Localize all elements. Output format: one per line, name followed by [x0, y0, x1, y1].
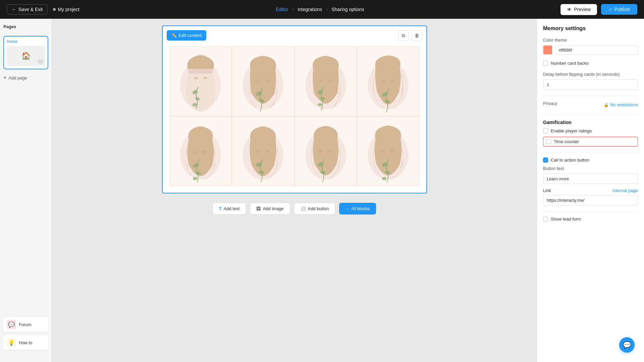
- svg-point-19: [381, 80, 385, 82]
- divider-3: [543, 153, 638, 153]
- privacy-section: Privacy No restrictions: [543, 101, 638, 109]
- topbar: Save & Exit My project Editor → Integrat…: [0, 0, 644, 19]
- arrow-1: →: [291, 7, 295, 12]
- image-icon: 🖼: [256, 206, 261, 211]
- svg-point-44: [382, 177, 387, 180]
- home-thumb-icon: 🏠: [21, 52, 31, 60]
- preview-button[interactable]: Preview: [560, 4, 597, 15]
- home-page-card[interactable]: Home 🏠 ···: [3, 36, 48, 69]
- svg-point-31: [265, 150, 269, 152]
- svg-point-30: [256, 150, 260, 152]
- svg-point-41: [390, 150, 394, 152]
- add-page-button[interactable]: + Add page: [3, 73, 48, 82]
- memory-card-6[interactable]: [232, 116, 294, 186]
- link-label: Link: [543, 188, 551, 193]
- lock-icon: [604, 102, 609, 107]
- button-text-label: Button text: [543, 166, 638, 171]
- delay-label: Delay before flipping cards (in seconds): [543, 72, 638, 77]
- project-dot: [53, 8, 56, 11]
- delay-input[interactable]: [543, 79, 638, 90]
- plus-icon: +: [3, 75, 6, 81]
- project-name: My project: [53, 7, 79, 12]
- svg-point-20: [391, 80, 395, 82]
- svg-point-9: [266, 79, 270, 81]
- number-card-backs-checkbox[interactable]: [543, 61, 548, 66]
- panel-title: Memory settings: [543, 25, 638, 32]
- check-icon: [608, 7, 612, 12]
- add-blocks-bar: T Add text 🖼 Add image ⬜ Add button ··· …: [207, 197, 381, 220]
- howto-icon: 💡: [7, 338, 16, 347]
- right-panel: Memory settings Color theme Number card …: [537, 19, 644, 362]
- nav-integrations[interactable]: Integrations: [298, 7, 322, 12]
- color-swatch[interactable]: [543, 45, 552, 55]
- page-more-btn[interactable]: ···: [38, 59, 44, 65]
- memory-grid: [163, 26, 426, 193]
- nav-sharing-options[interactable]: Sharing options: [331, 7, 364, 12]
- lead-form-section: Show lead form: [543, 217, 638, 222]
- privacy-row: Privacy No restrictions: [543, 101, 638, 109]
- svg-point-3: [203, 77, 207, 79]
- lead-form-row: Show lead form: [543, 217, 638, 222]
- all-blocks-button[interactable]: ··· All blocks: [339, 203, 376, 215]
- edit-content-button[interactable]: Edit content: [167, 30, 207, 41]
- memory-card-5[interactable]: [169, 116, 232, 186]
- color-input[interactable]: [555, 46, 638, 55]
- page-thumb: 🏠 ···: [7, 46, 45, 66]
- add-button-button[interactable]: ⬜ Add button: [294, 203, 335, 215]
- chat-icon: 💬: [623, 341, 631, 349]
- publish-button[interactable]: Publish: [601, 4, 637, 15]
- nav-editor[interactable]: Editor: [276, 7, 288, 12]
- memory-card-2[interactable]: [232, 46, 294, 116]
- memory-card-8[interactable]: [357, 116, 420, 186]
- copy-icon: ⧉: [402, 33, 405, 39]
- arrow-2: →: [325, 7, 329, 12]
- number-card-backs-section: Number card backs: [543, 61, 638, 66]
- svg-point-13: [319, 79, 323, 81]
- canvas-actions: ⧉ 🗑: [398, 30, 422, 41]
- pencil-icon: [171, 33, 177, 38]
- svg-point-40: [381, 150, 385, 152]
- link-row: Link Internal page: [543, 188, 638, 193]
- svg-point-8: [256, 79, 260, 81]
- divider-1: [543, 96, 638, 96]
- howto-button[interactable]: 💡 How to: [3, 335, 48, 350]
- gamification-section: Gamification Enable player ratings Time …: [543, 120, 638, 146]
- color-theme-section: Color theme: [543, 38, 638, 55]
- link-url-input[interactable]: [543, 195, 638, 205]
- divider-4: [543, 212, 638, 212]
- divider-2: [543, 115, 638, 115]
- svg-point-35: [318, 150, 322, 152]
- add-image-button[interactable]: 🖼 Add image: [250, 203, 290, 215]
- button-icon: ⬜: [301, 206, 306, 211]
- svg-point-14: [328, 79, 332, 81]
- gamification-title: Gamification: [543, 120, 638, 125]
- memory-card-4[interactable]: [357, 46, 420, 116]
- canvas-block: Edit content ⧉ 🗑: [162, 25, 427, 193]
- no-restrictions-link[interactable]: No restrictions: [604, 102, 638, 107]
- link-type[interactable]: Internal page: [612, 188, 638, 193]
- button-text-input[interactable]: [543, 174, 638, 184]
- cta-checkbox[interactable]: [543, 158, 548, 163]
- color-row: [543, 45, 638, 55]
- pages-title: Pages: [3, 24, 48, 29]
- enable-ratings-row: Enable player ratings: [543, 128, 638, 133]
- memory-card-1[interactable]: [169, 46, 232, 116]
- svg-point-24: [193, 151, 197, 153]
- copy-block-button[interactable]: ⧉: [398, 30, 409, 41]
- delete-block-button[interactable]: 🗑: [412, 30, 422, 41]
- left-sidebar: Pages Home 🏠 ··· + Add page 💬 Forum 💡 Ho…: [0, 19, 52, 362]
- privacy-label: Privacy: [543, 101, 557, 106]
- save-exit-button[interactable]: Save & Exit: [7, 4, 48, 14]
- memory-card-3[interactable]: [294, 46, 357, 116]
- memory-card-7[interactable]: [294, 116, 357, 186]
- enable-ratings-checkbox[interactable]: [543, 128, 548, 133]
- text-icon: T: [219, 206, 222, 211]
- lead-form-checkbox[interactable]: [543, 217, 548, 222]
- topbar-center: Editor → Integrations → Sharing options: [276, 7, 364, 12]
- delay-section: Delay before flipping cards (in seconds): [543, 72, 638, 90]
- add-text-button[interactable]: T Add text: [213, 203, 246, 215]
- chat-bubble-button[interactable]: 💬: [619, 337, 635, 353]
- forum-button[interactable]: 💬 Forum: [3, 317, 48, 332]
- time-counter-checkbox[interactable]: [546, 139, 551, 144]
- svg-point-17: [317, 103, 322, 106]
